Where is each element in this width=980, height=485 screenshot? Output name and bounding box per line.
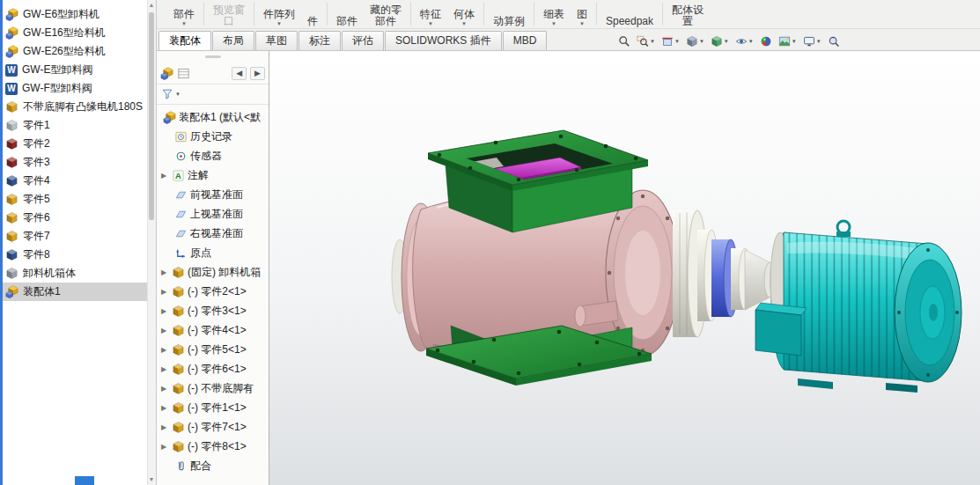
panel-collapse-left-arrow[interactable]: ◀ (232, 67, 247, 80)
panel-grip[interactable] (157, 51, 269, 62)
smart-fasteners-button[interactable]: 件 (301, 0, 324, 28)
expand-arrow-icon[interactable]: ▶ (161, 268, 169, 276)
view-settings-button[interactable]: ▼ (801, 34, 823, 48)
tab-mbd[interactable]: MBD (503, 31, 548, 50)
file-list-item[interactable]: 零件3 (0, 153, 149, 172)
file-list-item[interactable]: 零件1 (0, 116, 149, 135)
file-list-item[interactable]: 零件7 (0, 227, 149, 246)
hopper-outlet-flange[interactable] (426, 326, 652, 386)
dropdown-arrow-icon[interactable]: ▼ (175, 92, 181, 97)
history-icon (174, 130, 188, 143)
exploded-view-button[interactable]: 图▼ (571, 0, 593, 28)
section-view-button[interactable]: ▼ (659, 34, 682, 48)
tab-layout[interactable]: 布局 (212, 31, 254, 50)
dropdown-arrow-icon: ▼ (748, 39, 754, 44)
part-icon (5, 230, 18, 243)
view-orientation-button[interactable]: ▼ (684, 34, 706, 48)
display-style-button[interactable]: ▼ (709, 34, 731, 48)
tree-item-fixed-housing[interactable]: ▶ (固定) 卸料机箱 (157, 262, 269, 282)
component-preview-window-button[interactable]: 预览窗 口 (207, 0, 251, 28)
apply-scene-button[interactable]: ▼ (777, 34, 799, 48)
expand-arrow-icon[interactable]: ▶ (161, 307, 169, 315)
scroll-down-arrow-icon[interactable]: ▼ (148, 474, 155, 485)
graphics-viewport[interactable] (269, 51, 980, 485)
tree-item-part4[interactable]: ▶ (-) 零件4<1> (157, 320, 269, 340)
eye-icon (735, 35, 748, 48)
insert-component-button[interactable]: 部件▼ (167, 0, 201, 28)
motion-study-button[interactable]: 动算例 (487, 0, 531, 28)
tree-item-mates[interactable]: 配合 (157, 456, 269, 475)
tree-item-part1[interactable]: ▶ (-) 零件1<1> (157, 398, 269, 417)
tab-sketch[interactable]: 草图 (255, 31, 298, 50)
expand-arrow-icon[interactable]: ▶ (161, 288, 169, 296)
file-panel-scrollbar[interactable]: ▲ ▼ (147, 0, 156, 485)
assembly-features-button[interactable]: 特征▼ (414, 0, 447, 28)
scroll-up-arrow-icon[interactable]: ▲ (148, 0, 155, 11)
file-list-item[interactable]: GW-E6型卸料机 (0, 5, 149, 24)
expand-arrow-icon[interactable]: ▶ (161, 365, 169, 373)
tree-item-part7[interactable]: ▶ (-) 零件7<1> (157, 417, 269, 437)
tab-solidworks-addins[interactable]: SOLIDWORKS 插件 (385, 31, 502, 50)
scrollbar-thumb[interactable] (149, 12, 154, 220)
tree-item-origin[interactable]: 原点 (157, 243, 269, 262)
file-list-item[interactable]: 零件6 (0, 209, 149, 227)
tree-item-sensors[interactable]: 传感器 (157, 146, 269, 165)
hide-show-items-button[interactable]: ▼ (733, 34, 755, 48)
file-list-item-selected[interactable]: 装配体1 (0, 283, 149, 301)
file-list-item[interactable]: GW-E16型给料机 (0, 24, 149, 42)
featuremanager-tab-icon[interactable] (160, 67, 173, 80)
assembly-3d-model[interactable] (269, 51, 980, 485)
file-list-item[interactable]: WGW-E型卸料阀 (0, 61, 149, 79)
edit-appearance-button[interactable] (758, 34, 774, 48)
expand-arrow-icon[interactable]: ▶ (161, 443, 169, 451)
file-list-item[interactable]: 零件4 (0, 172, 149, 190)
tab-evaluate[interactable]: 评估 (342, 31, 384, 50)
tree-item-annotations[interactable]: ▶ A 注解 (157, 165, 269, 185)
zoom-fit-button[interactable] (616, 34, 632, 48)
expand-arrow-icon[interactable]: ▶ (161, 327, 169, 334)
component-pattern-button[interactable]: 件阵列▼ (257, 0, 301, 28)
tab-assembly[interactable]: 装配体 (158, 31, 211, 50)
display-pane-icon[interactable] (177, 67, 190, 80)
expand-arrow-icon[interactable]: ▶ (161, 172, 169, 180)
reference-geometry-button[interactable]: 何体▼ (447, 0, 481, 28)
tree-item-motor[interactable]: ▶ (-) 不带底脚有 (157, 378, 269, 398)
expand-arrow-icon[interactable]: ▶ (161, 385, 169, 393)
dropdown-arrow-icon: ▼ (276, 21, 282, 27)
magnifying-glass-button[interactable] (826, 34, 842, 48)
bill-of-materials-button[interactable]: 细表▼ (537, 0, 571, 28)
show-hidden-components-button[interactable]: 藏的零 部件 (364, 0, 408, 28)
file-list-item[interactable]: GW-E26型给料机 (0, 42, 149, 61)
large-assembly-settings-button[interactable]: 配体设 置 (666, 0, 710, 28)
zoom-area-button[interactable]: ▼ (635, 34, 657, 48)
expand-arrow-icon[interactable]: ▶ (161, 346, 169, 354)
file-list-item[interactable]: WGW-F型卸料阀 (0, 79, 149, 98)
expand-arrow-icon[interactable]: ▶ (161, 404, 169, 412)
file-list-item[interactable]: 零件2 (0, 135, 149, 153)
tree-item-part6[interactable]: ▶ (-) 零件6<1> (157, 359, 269, 378)
move-component-button[interactable]: 部件 (330, 0, 364, 28)
file-list-item[interactable]: 零件5 (0, 190, 149, 209)
motor[interactable] (755, 221, 962, 393)
tree-item-part2[interactable]: ▶ (-) 零件2<1> (157, 282, 269, 301)
filter-funnel-icon[interactable] (161, 88, 173, 100)
expand-arrow-icon[interactable]: ▶ (161, 423, 169, 431)
tab-annotate[interactable]: 标注 (298, 31, 341, 50)
speedpak-button[interactable]: Speedpak (600, 0, 659, 28)
tree-item-part3[interactable]: ▶ (-) 零件3<1> (157, 301, 269, 320)
part-icon (172, 421, 185, 434)
tree-root-assembly[interactable]: 装配体1 (默认<默 (157, 107, 269, 127)
tree-item-part8[interactable]: ▶ (-) 零件8<1> (157, 437, 269, 456)
file-list-item[interactable]: 卸料机箱体 (0, 264, 149, 283)
tree-item-part5[interactable]: ▶ (-) 零件5<1> (157, 340, 269, 359)
origin-icon (174, 246, 188, 260)
part-icon (5, 137, 18, 151)
plane-icon (174, 208, 188, 221)
tree-item-right-plane[interactable]: 右视基准面 (157, 224, 269, 243)
file-list-item[interactable]: 零件8 (0, 246, 149, 264)
file-list-item[interactable]: 不带底脚有凸缘电机180S (0, 98, 149, 116)
tree-item-top-plane[interactable]: 上视基准面 (157, 204, 269, 224)
tree-item-history[interactable]: 历史记录 (157, 127, 269, 146)
panel-expand-right-arrow[interactable]: ▶ (250, 67, 265, 80)
tree-item-front-plane[interactable]: 前视基准面 (157, 185, 269, 204)
